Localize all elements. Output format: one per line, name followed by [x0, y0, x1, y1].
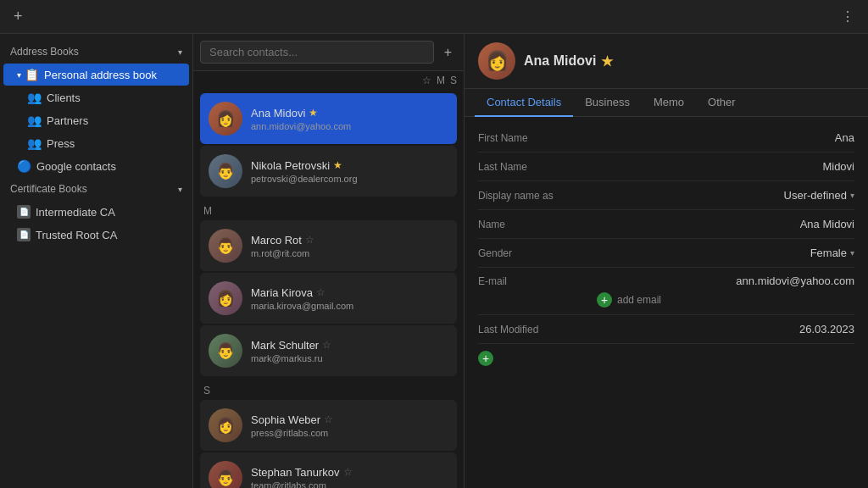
sidebar: Address Books ▾ ▾ 📋 Personal address boo… [0, 34, 193, 488]
field-row-gender: Gender Female ▾ [478, 239, 854, 268]
contact-scroll: 👩 Ana Midovi ★ ann.midovi@yahoo.com 👨 Ni… [193, 90, 464, 488]
contact-info-sophia: Sophia Weber ☆ press@ritlabs.com [251, 413, 448, 438]
field-value-firstname: Ana [597, 131, 854, 144]
sidebar-item-personal[interactable]: ▾ 📋 Personal address book [3, 64, 189, 86]
contact-info-stephan: Stephan Tanurkov ☆ team@ritlabs.com [251, 466, 448, 489]
add-field-button[interactable]: + [478, 351, 493, 366]
star-icon-sophia: ☆ [324, 413, 333, 425]
contact-email-maria: maria.kirova@gmail.com [251, 301, 448, 311]
contact-info-nikola: Nikola Petrovski ★ petrovski@dealercom.o… [251, 159, 448, 184]
filter-m[interactable]: M [437, 75, 445, 86]
avatar-sophia: 👩 [209, 408, 242, 442]
cert-icon: 📄 [17, 228, 31, 241]
sidebar-item-clients[interactable]: 👥 Clients [3, 86, 189, 108]
sidebar-item-label: Partners [47, 114, 88, 127]
search-add-button[interactable]: + [439, 43, 457, 62]
sidebar-item-press[interactable]: 👥 Press [3, 132, 189, 154]
group-label-s: S [200, 378, 457, 400]
star-icon-nikola: ★ [333, 159, 342, 171]
cert-books-chevron: ▾ [178, 185, 182, 194]
field-value-name: Ana Midovi [597, 218, 854, 230]
contact-name-sophia: Sophia Weber ☆ [251, 413, 448, 426]
detail-fields: First Name Ana Last Name Midovi Display … [465, 117, 868, 488]
contact-email-sophia: press@ritlabs.com [251, 428, 448, 438]
sidebar-item-intermediate-ca[interactable]: 📄 Intermediate CA [3, 201, 189, 223]
field-label-name: Name [478, 219, 597, 230]
add-email-button[interactable]: + [597, 292, 612, 308]
detail-avatar: 👩 [478, 42, 515, 80]
field-value-email: ann.midovi@yahoo.com [597, 274, 854, 287]
detail-name: Ana Midovi ★ [524, 53, 613, 69]
detail-star-icon: ★ [601, 53, 613, 69]
contact-name-nikola: Nikola Petrovski ★ [251, 159, 448, 172]
field-row-lastname: Last Name Midovi [478, 152, 854, 181]
contact-info-marco: Marco Rot ☆ m.rot@rit.com [251, 234, 448, 258]
contact-card-sophia[interactable]: 👩 Sophia Weber ☆ press@ritlabs.com [200, 400, 457, 451]
contact-info-mark: Mark Schulter ☆ mark@markus.ru [251, 339, 448, 363]
address-books-section[interactable]: Address Books ▾ [0, 41, 192, 63]
expand-chevron: ▾ [17, 70, 21, 80]
star-filter-icon[interactable]: ☆ [422, 75, 431, 86]
group-label-m: M [200, 198, 457, 220]
detail-panel: 👩 Ana Midovi ★ Contact Details Business … [465, 34, 868, 488]
contact-email-nikola: petrovski@dealercom.org [251, 174, 448, 184]
contact-name-marco: Marco Rot ☆ [251, 234, 448, 247]
contact-name-maria: Maria Kirova ☆ [251, 286, 448, 299]
address-books-chevron: ▾ [178, 47, 182, 57]
star-icon-maria: ☆ [316, 286, 326, 298]
avatar-stephan: 👨 [209, 461, 242, 488]
sidebar-item-partners[interactable]: 👥 Partners [3, 109, 189, 131]
menu-button[interactable]: ⋮ [834, 5, 861, 28]
add-button[interactable]: + [7, 4, 30, 29]
sidebar-item-label: Google contacts [36, 160, 116, 173]
chevron-down-icon-gender: ▾ [850, 248, 854, 258]
contact-name-stephan: Stephan Tanurkov ☆ [251, 466, 448, 479]
add-email-label: add email [617, 294, 661, 306]
search-bar: + [193, 34, 464, 71]
field-value-displayname[interactable]: User-defined ▾ [597, 189, 854, 202]
tab-contact-details[interactable]: Contact Details [475, 89, 573, 117]
detail-header: 👩 Ana Midovi ★ [465, 34, 868, 89]
contact-card-maria[interactable]: 👩 Maria Kirova ☆ maria.kirova@gmail.com [200, 273, 457, 324]
cert-books-section[interactable]: Certificate Books ▾ [0, 178, 192, 200]
filter-s[interactable]: S [450, 75, 457, 86]
field-row-email: E-mail ann.midovi@yahoo.com + add email [478, 268, 854, 315]
bottom-add-row: + [478, 344, 854, 373]
contact-list-panel: + ☆ M S 👩 Ana Midovi ★ ann.midovi@yahoo.… [193, 34, 465, 488]
field-label-firstname: First Name [478, 132, 597, 144]
tab-business[interactable]: Business [573, 89, 642, 117]
avatar-ana: 👩 [209, 102, 242, 136]
field-label-gender: Gender [478, 247, 597, 259]
sidebar-item-trusted-root-ca[interactable]: 📄 Trusted Root CA [3, 224, 189, 246]
chevron-down-icon: ▾ [850, 191, 854, 200]
contact-card-stephan[interactable]: 👨 Stephan Tanurkov ☆ team@ritlabs.com [200, 452, 457, 488]
field-row-lastmodified: Last Modified 26.03.2023 [478, 315, 854, 344]
field-row-displayname: Display name as User-defined ▾ [478, 181, 854, 210]
contact-email-ana: ann.midovi@yahoo.com [251, 121, 448, 131]
avatar-marco: 👨 [209, 229, 242, 263]
field-label-email: E-mail [478, 275, 597, 287]
contact-card-marco[interactable]: 👨 Marco Rot ☆ m.rot@rit.com [200, 220, 457, 271]
contact-card-ana[interactable]: 👩 Ana Midovi ★ ann.midovi@yahoo.com [200, 93, 457, 144]
field-row-firstname: First Name Ana [478, 124, 854, 152]
star-icon-stephan: ☆ [343, 466, 353, 478]
search-input[interactable] [200, 41, 434, 64]
star-icon-mark: ☆ [322, 339, 331, 351]
star-icon-ana: ★ [309, 107, 318, 119]
contact-card-nikola[interactable]: 👨 Nikola Petrovski ★ petrovski@dealercom… [200, 146, 457, 197]
field-value-gender[interactable]: Female ▾ [597, 247, 854, 259]
field-row-name: Name Ana Midovi [478, 210, 854, 239]
google-icon: 🔵 [17, 159, 31, 173]
field-value-lastmodified: 26.03.2023 [597, 323, 854, 336]
sidebar-item-label: Intermediate CA [36, 206, 115, 219]
field-label-lastname: Last Name [478, 161, 597, 173]
tab-memo[interactable]: Memo [642, 89, 696, 117]
sidebar-item-label: Press [47, 137, 75, 150]
address-books-label: Address Books [10, 46, 79, 58]
personal-book-icon: 📋 [25, 68, 39, 81]
main-layout: Address Books ▾ ▾ 📋 Personal address boo… [0, 34, 868, 488]
filter-row: ☆ M S [193, 71, 464, 90]
tab-other[interactable]: Other [696, 89, 748, 117]
sidebar-item-google[interactable]: 🔵 Google contacts [3, 155, 189, 177]
contact-card-mark[interactable]: 👨 Mark Schulter ☆ mark@markus.ru [200, 325, 457, 376]
